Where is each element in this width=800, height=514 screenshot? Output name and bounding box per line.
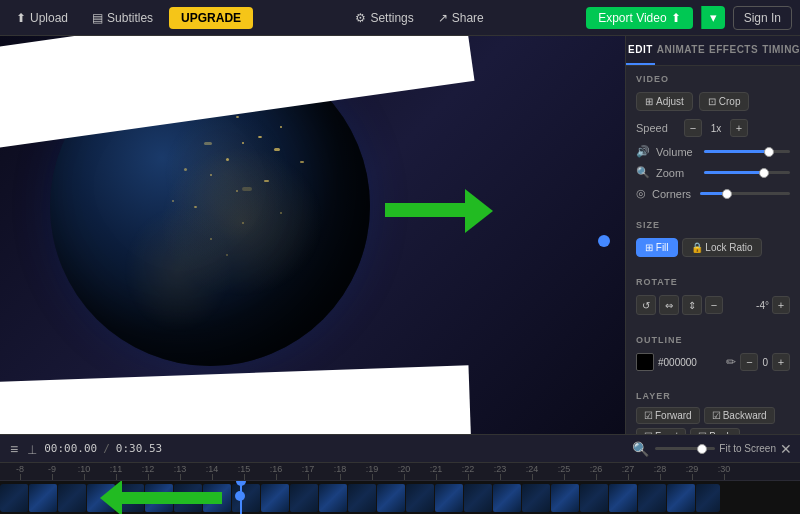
corners-slider-track[interactable]: [700, 192, 790, 195]
volume-slider-track[interactable]: [704, 150, 790, 153]
outline-decrease-button[interactable]: −: [740, 353, 758, 371]
outline-row: #000000 ✏ − 0 +: [626, 349, 800, 375]
rotate-ccw-button[interactable]: ↺: [636, 295, 656, 315]
ruler-mark: :23: [484, 464, 516, 480]
ruler-mark: -9: [36, 464, 68, 480]
export-dropdown-button[interactable]: ▾: [701, 6, 725, 29]
volume-slider-fill: [704, 150, 769, 153]
export-icon: ⬆: [671, 11, 681, 25]
layer-row-2: ☑ Front ☑ Back: [626, 426, 800, 434]
tab-timing[interactable]: TIMING: [760, 36, 800, 65]
speed-increase-button[interactable]: +: [730, 119, 748, 137]
subtitles-button[interactable]: ▤ Subtitles: [84, 7, 161, 29]
share-icon: ↗: [438, 11, 448, 25]
timeline-tracks[interactable]: [0, 481, 800, 514]
current-time: 00:00.00: [44, 442, 97, 455]
eyedropper-icon[interactable]: ✏: [726, 355, 736, 369]
top-navigation: ⬆ Upload ▤ Subtitles UPGRADE ⚙ Settings …: [0, 0, 800, 36]
crop-button[interactable]: ⊡ Crop: [699, 92, 750, 111]
zoom-icon: 🔍: [636, 166, 650, 179]
arrow-indicator: [385, 203, 465, 217]
ruler-mark: :15: [228, 464, 260, 480]
layer-row: ☑ Forward ☑ Backward: [626, 405, 800, 426]
zoom-slider[interactable]: [655, 447, 715, 450]
settings-icon: ⚙: [355, 11, 366, 25]
corners-row: ◎ Corners: [626, 183, 800, 204]
ruler-mark: :22: [452, 464, 484, 480]
upgrade-button[interactable]: UPGRADE: [169, 7, 253, 29]
volume-label: Volume: [656, 146, 698, 158]
timeline-menu-button[interactable]: ≡: [8, 439, 20, 459]
zoom-slider-fill: [704, 171, 764, 174]
lock-ratio-button[interactable]: 🔒 Lock Ratio: [682, 238, 762, 257]
zoom-slider-thumb[interactable]: [697, 444, 707, 454]
ruler-mark: :14: [196, 464, 228, 480]
outline-color-box[interactable]: [636, 353, 654, 371]
layer-backward-button[interactable]: ☑ Backward: [704, 407, 775, 424]
volume-slider-thumb[interactable]: [764, 147, 774, 157]
ruler-mark: :30: [708, 464, 740, 480]
forward-icon: ☑: [644, 410, 653, 421]
ruler-mark: :24: [516, 464, 548, 480]
timeline-close-button[interactable]: ✕: [780, 441, 792, 457]
right-panel: EDIT ANIMATE EFFECTS TIMING VIDEO ⊞ Adju…: [625, 36, 800, 434]
ruler-mark: :18: [324, 464, 356, 480]
fill-icon: ⊞: [645, 242, 653, 253]
fill-button[interactable]: ⊞ Fill: [636, 238, 678, 257]
layer-section-title: LAYER: [626, 383, 800, 405]
ruler-mark: :11: [100, 464, 132, 480]
rotate-controls: ↺ ⇔ ⇕ − -4° +: [626, 291, 800, 319]
settings-button[interactable]: ⚙ Settings: [347, 7, 421, 29]
zoom-out-button[interactable]: 🔍: [630, 439, 651, 459]
subtitles-icon: ▤: [92, 11, 103, 25]
arrow-body: [385, 203, 465, 217]
nav-right: Export Video ⬆ ▾ Sign In: [586, 6, 792, 30]
video-section-title: VIDEO: [626, 66, 800, 88]
total-time: 0:30.53: [116, 442, 162, 455]
playhead-circle[interactable]: [235, 491, 245, 501]
playback-handle[interactable]: [598, 235, 610, 247]
arrow-head: [465, 189, 493, 233]
rotate-increase-button[interactable]: +: [772, 296, 790, 314]
upload-button[interactable]: ⬆ Upload: [8, 7, 76, 29]
ruler-mark: :29: [676, 464, 708, 480]
crop-icon: ⊡: [708, 96, 716, 107]
ruler-mark: :26: [580, 464, 612, 480]
adjust-button[interactable]: ⊞ Adjust: [636, 92, 693, 111]
size-section-title: SIZE: [626, 212, 800, 234]
outline-section-title: OUTLINE: [626, 327, 800, 349]
fit-to-screen-button[interactable]: Fit to Screen: [719, 443, 776, 454]
panel-tabs: EDIT ANIMATE EFFECTS TIMING: [626, 36, 800, 66]
rotate-decrease-button[interactable]: −: [705, 296, 723, 314]
flip-h-button[interactable]: ⇔: [659, 295, 679, 315]
time-separator: /: [103, 442, 110, 455]
nav-left: ⬆ Upload ▤ Subtitles UPGRADE: [8, 7, 253, 29]
tab-edit[interactable]: EDIT: [626, 36, 655, 65]
ruler-mark: :19: [356, 464, 388, 480]
upload-icon: ⬆: [16, 11, 26, 25]
corners-label: Corners: [652, 188, 694, 200]
zoom-row: 🔍 Zoom: [626, 162, 800, 183]
tl-arrow-head: [100, 481, 122, 514]
share-button[interactable]: ↗ Share: [430, 7, 492, 29]
layer-forward-button[interactable]: ☑ Forward: [636, 407, 700, 424]
corners-slider-thumb[interactable]: [722, 189, 732, 199]
timeline-area: ≡ ⟂ 00:00.00 / 0:30.53 🔍 Fit to Screen ✕…: [0, 434, 800, 514]
nav-center: ⚙ Settings ↗ Share: [347, 7, 491, 29]
speed-label: Speed: [636, 122, 678, 134]
flip-v-button[interactable]: ⇕: [682, 295, 702, 315]
zoom-slider-thumb[interactable]: [759, 168, 769, 178]
speed-decrease-button[interactable]: −: [684, 119, 702, 137]
export-video-button[interactable]: Export Video ⬆: [586, 7, 693, 29]
backward-icon: ☑: [712, 410, 721, 421]
sign-in-button[interactable]: Sign In: [733, 6, 792, 30]
zoom-control: 🔍 Fit to Screen ✕: [630, 439, 792, 459]
split-button[interactable]: ⟂: [26, 439, 38, 459]
timeline-ruler: -8 -9 :10 :11 :12 :13 :14 :15 :16 :17 :1…: [0, 463, 800, 481]
tab-effects[interactable]: EFFECTS: [707, 36, 760, 65]
speed-control: − 1x +: [684, 119, 748, 137]
outline-increase-button[interactable]: +: [772, 353, 790, 371]
tab-animate[interactable]: ANIMATE: [655, 36, 707, 65]
zoom-slider-track[interactable]: [704, 171, 790, 174]
adjust-icon: ⊞: [645, 96, 653, 107]
